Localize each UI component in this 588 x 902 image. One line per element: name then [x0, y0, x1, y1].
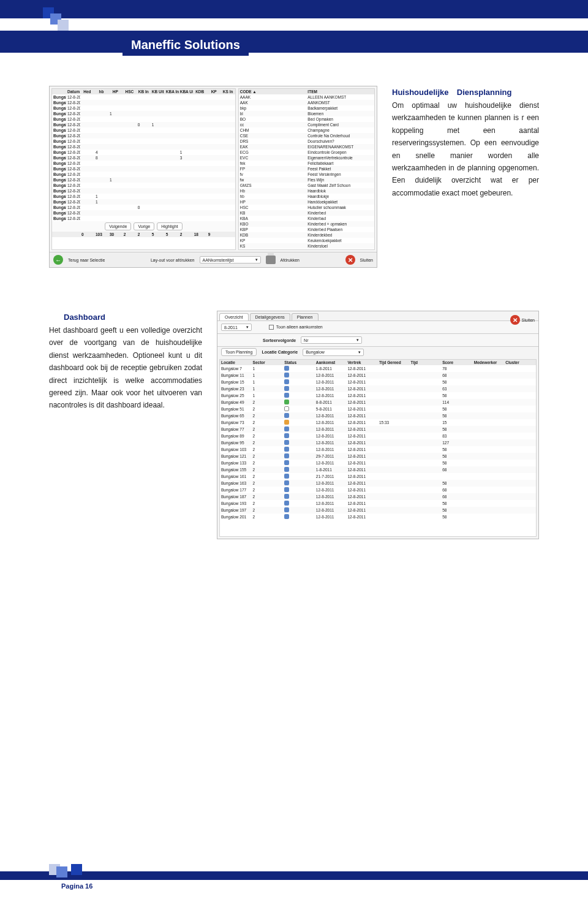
table-row[interactable]: Bungalow 712-8-2011	[52, 94, 235, 100]
dashboard-row[interactable]: Bungalow 15521-8-201112-8-201168	[220, 466, 536, 473]
grid-column-header[interactable]	[52, 89, 66, 94]
item-header[interactable]: ITEM	[306, 89, 374, 94]
dashboard-row[interactable]: Bungalow 5125-8-201112-8-201158	[220, 406, 536, 412]
grid-column-header[interactable]: Datum	[66, 89, 80, 94]
dashboard-row[interactable]: Bungalow 95212-8-201112-8-2011127	[220, 439, 536, 446]
code-row[interactable]: ECGEindcontrole Groepen	[239, 150, 374, 155]
dashboard-row[interactable]: Bungalow 201212-8-201112-8-201158	[220, 514, 536, 520]
code-row[interactable]: KDBKinderdekbed	[239, 232, 374, 238]
grid-column-header[interactable]: KBA In	[165, 89, 179, 94]
code-row[interactable]: fekFelicitatiekaart	[239, 161, 374, 166]
dashboard-row[interactable]: Bungalow 187212-8-201112-8-201168	[220, 493, 536, 500]
table-row[interactable]: Bungalow 15512-8-20111	[52, 177, 235, 183]
code-header[interactable]: CODE ▲	[239, 89, 307, 94]
table-row[interactable]: Bungalow 12112-8-2011	[52, 166, 235, 172]
dashboard-row[interactable]: Bungalow 65212-8-201112-8-201158	[220, 412, 536, 419]
code-row[interactable]: fvFeest Versieringen	[239, 172, 374, 177]
grid-column-header[interactable]: HP	[108, 89, 123, 94]
table-row[interactable]: Bungalow 1112-8-2011	[52, 100, 235, 105]
code-row[interactable]: CSEControle Na Onderhoud	[239, 133, 374, 138]
code-row[interactable]: HSCHuisdier schoonmaak	[239, 205, 374, 210]
planning-left-grid[interactable]: DatumHedhbHPHSCKB InKB UitKBA InKBA UitK…	[51, 88, 236, 250]
back-icon[interactable]: ←	[53, 255, 63, 265]
dashboard-column-header[interactable]: Status	[283, 360, 315, 365]
code-row[interactable]: HPHanddoekpakket	[239, 199, 374, 205]
code-row[interactable]: CHMChampagne	[239, 127, 374, 133]
table-row[interactable]: Bungalow 17712-8-20111	[52, 194, 235, 199]
table-row[interactable]: Bungalow 2512-8-2011	[52, 116, 235, 122]
dashboard-column-header[interactable]: Sector	[252, 360, 284, 365]
grid-column-header[interactable]: KB Uit	[151, 89, 165, 94]
code-row[interactable]: DRSDoorschuiven?	[239, 138, 374, 144]
planning-code-grid[interactable]: CODE ▲ ITEM AAAKALLEEN AANKOMSTAAKAANKOM…	[238, 88, 375, 250]
table-row[interactable]: Bungalow 19712-8-2011	[52, 210, 235, 216]
code-row[interactable]: FPFeest Pakket	[239, 166, 374, 172]
back-button-label[interactable]: Terug naar Selectie	[68, 258, 105, 262]
table-row[interactable]: Bungalow 8912-8-201141	[52, 150, 235, 155]
dashboard-row[interactable]: Bungalow 161221-7-201112-8-2011	[220, 473, 536, 480]
dashboard-row[interactable]: Bungalow 25112-8-201112-8-201158	[220, 392, 536, 399]
dashboard-column-header[interactable]: Aankomst	[315, 360, 347, 365]
dashboard-row[interactable]: Bungalow 197212-8-201112-8-201158	[220, 507, 536, 514]
dashboard-column-header[interactable]: Tijd	[410, 360, 442, 365]
printer-icon[interactable]	[266, 256, 276, 264]
dashboard-column-header[interactable]: Locatie	[220, 360, 252, 365]
code-row[interactable]: KSKinderstoel	[239, 243, 374, 249]
dashboard-row[interactable]: Bungalow 4928-8-201112-8-2011114	[220, 399, 536, 406]
code-row[interactable]: HbHaardblok	[239, 188, 374, 194]
layout-dropdown[interactable]: AANkomstenlijst ▾	[200, 256, 261, 263]
dashboard-row[interactable]: Bungalow 121229-7-201112-8-201158	[220, 453, 536, 460]
table-row[interactable]: Bungalow 2312-8-20111	[52, 111, 235, 116]
table-row[interactable]: Bungalow 10312-8-2011	[52, 161, 235, 166]
code-row[interactable]: ccCompliment Card	[239, 122, 374, 127]
code-row[interactable]: KBPKinderbed Plaatsen	[239, 227, 374, 232]
date-picker[interactable]: 8-2011 ▾	[221, 324, 252, 331]
table-row[interactable]: Bungalow 5112-8-2011	[52, 127, 235, 133]
table-row[interactable]: Bungalow 18712-8-20111	[52, 199, 235, 205]
dashboard-close-icon[interactable]: ✕	[510, 315, 520, 325]
code-row[interactable]: ktpKoffie-Thee Pakket	[239, 249, 374, 250]
code-row[interactable]: KBAKinderbad	[239, 216, 374, 221]
code-row[interactable]: bkpBadkamerpakket	[239, 105, 374, 111]
dashboard-row[interactable]: Bungalow 163212-8-201112-8-201158	[220, 480, 536, 487]
dashboard-row[interactable]: Bungalow 193212-8-201112-8-201158	[220, 500, 536, 507]
grid-column-header[interactable]: KBA Uit	[179, 89, 193, 94]
tab-overzicht[interactable]: Overzicht	[219, 313, 249, 320]
code-row[interactable]: BOBed Opmaken	[239, 116, 374, 122]
code-row[interactable]: KBOKinderbed + opmaken	[239, 221, 374, 227]
category-dropdown[interactable]: Bungalow ▾	[303, 349, 364, 356]
grid-column-header[interactable]: hb	[94, 89, 108, 94]
table-row[interactable]: Bungalow 9512-8-201183	[52, 155, 235, 161]
dashboard-column-header[interactable]: Cluster	[504, 360, 536, 365]
toon-planning-button[interactable]: Toon Planning	[221, 348, 257, 356]
dashboard-close-label[interactable]: Sluiten	[522, 318, 535, 322]
grid-column-header[interactable]: KB In	[137, 89, 151, 94]
dashboard-column-header[interactable]: Tijd Gereed	[378, 360, 410, 365]
code-row[interactable]: blBloemen	[239, 111, 374, 116]
close-button-label[interactable]: Sluiten	[360, 258, 373, 262]
dashboard-row[interactable]: Bungalow 133212-8-201112-8-201158	[220, 460, 536, 466]
dashboard-row[interactable]: Bungalow 89212-8-201112-8-201183	[220, 433, 536, 439]
dashboard-row[interactable]: Bungalow 177212-8-201112-8-201168	[220, 487, 536, 493]
tab-plannen[interactable]: Plannen	[292, 313, 318, 320]
grid-nav-button[interactable]: Vorige	[134, 222, 154, 230]
grid-column-header[interactable]: HSC	[123, 89, 137, 94]
code-row[interactable]: KBKinderbed	[239, 210, 374, 216]
grid-column-header[interactable]: KP	[207, 89, 221, 94]
dashboard-row[interactable]: Bungalow 11112-8-201112-8-201168	[220, 372, 536, 379]
dashboard-row[interactable]: Bungalow 711-8-201112-8-201178	[220, 365, 536, 372]
dashboard-column-header[interactable]: Score	[441, 360, 473, 365]
code-row[interactable]: hbHaardblokje	[239, 194, 374, 199]
dashboard-row[interactable]: Bungalow 77212-8-201112-8-201158	[220, 426, 536, 433]
close-icon[interactable]: ✕	[345, 255, 355, 265]
dashboard-grid[interactable]: LocatieSectorStatusAankomstVertrekTijd G…	[219, 359, 537, 537]
dashboard-row[interactable]: Bungalow 73212-8-201112-8-201115:3315	[220, 419, 536, 426]
grid-column-header[interactable]: KDB	[193, 89, 207, 94]
sort-dropdown[interactable]: Nr ▾	[301, 336, 362, 344]
tab-detail[interactable]: Detailgegevens	[250, 313, 290, 320]
table-row[interactable]: Bungalow 7712-8-2011	[52, 144, 235, 150]
table-row[interactable]: Bungalow 6512-8-2011	[52, 133, 235, 138]
print-button-label[interactable]: Afdrukken	[281, 258, 300, 262]
grid-nav-button[interactable]: Volgende	[105, 222, 131, 230]
code-row[interactable]: AAAKALLEEN AANKOMST	[239, 94, 374, 100]
